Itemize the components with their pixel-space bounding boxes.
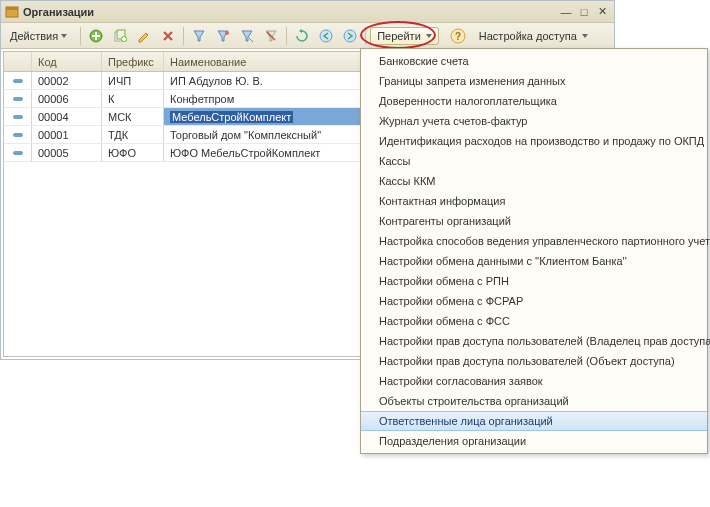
svg-point-11 — [320, 30, 332, 42]
filter-button-3[interactable] — [236, 26, 258, 46]
refresh-button[interactable] — [291, 26, 313, 46]
menu-item[interactable]: Ответственные лица организаций — [361, 411, 707, 431]
row-marker — [4, 144, 32, 161]
add-copy-button[interactable] — [109, 26, 131, 46]
cell-prefix: ТДК — [102, 126, 164, 143]
cell-prefix: К — [102, 90, 164, 107]
cell-code: 00002 — [32, 72, 102, 89]
filter-button-4[interactable] — [260, 26, 282, 46]
go-label: Перейти — [377, 30, 421, 42]
col-header-marker[interactable] — [4, 52, 32, 71]
menu-item[interactable]: Настройки обмена данными с ''Клиентом Ба… — [361, 251, 707, 271]
help-button[interactable]: ? — [447, 26, 469, 46]
cell-code: 00001 — [32, 126, 102, 143]
menu-item[interactable]: Настройки прав доступа пользователей (Вл… — [361, 331, 707, 351]
chevron-down-icon — [61, 34, 67, 38]
separator — [365, 27, 366, 45]
svg-point-12 — [344, 30, 356, 42]
menu-item[interactable]: Банковские счета — [361, 51, 707, 71]
col-header-prefix[interactable]: Префикс — [102, 52, 164, 71]
menu-item[interactable]: Контрагенты организаций — [361, 211, 707, 231]
separator — [80, 27, 81, 45]
row-marker — [4, 108, 32, 125]
separator — [183, 27, 184, 45]
cell-code: 00005 — [32, 144, 102, 161]
menu-item[interactable]: Кассы — [361, 151, 707, 171]
chevron-down-icon — [426, 34, 432, 38]
menu-item[interactable]: Подразделения организации — [361, 431, 707, 451]
window-title: Организации — [23, 6, 94, 18]
filter-button-2[interactable] — [212, 26, 234, 46]
access-label: Настройка доступа — [479, 30, 577, 42]
close-button[interactable]: ✕ — [594, 5, 610, 19]
marker-icon — [13, 97, 23, 101]
row-marker — [4, 90, 32, 107]
marker-icon — [13, 115, 23, 119]
add-button[interactable] — [85, 26, 107, 46]
toolbar: Действия — [1, 23, 614, 49]
menu-item[interactable]: Границы запрета изменения данных — [361, 71, 707, 91]
menu-item[interactable]: Журнал учета счетов-фактур — [361, 111, 707, 131]
left-arrow-button[interactable] — [315, 26, 337, 46]
marker-icon — [13, 79, 23, 83]
separator — [286, 27, 287, 45]
col-header-code[interactable]: Код — [32, 52, 102, 71]
app-icon — [5, 5, 19, 19]
menu-item[interactable]: Контактная информация — [361, 191, 707, 211]
titlebar: Организации — □ ✕ — [1, 1, 614, 23]
menu-item[interactable]: Настройки согласования заявок — [361, 371, 707, 391]
menu-item[interactable]: Настройки обмена с ФСРАР — [361, 291, 707, 311]
row-marker — [4, 126, 32, 143]
filter-button-1[interactable] — [188, 26, 210, 46]
cell-prefix: ЮФО — [102, 144, 164, 161]
cell-code: 00004 — [32, 108, 102, 125]
chevron-down-icon — [582, 34, 588, 38]
edit-button[interactable] — [133, 26, 155, 46]
marker-icon — [13, 133, 23, 137]
menu-item[interactable]: Настройки прав доступа пользователей (Об… — [361, 351, 707, 371]
actions-menu[interactable]: Действия — [5, 27, 76, 45]
menu-item[interactable]: Идентификация расходов на производство и… — [361, 131, 707, 151]
menu-item[interactable]: Настройки обмена с ФСС — [361, 311, 707, 331]
go-button-wrap: Перейти — [370, 27, 439, 45]
svg-rect-1 — [6, 7, 18, 10]
menu-item[interactable]: Настройка способов ведения управленческо… — [361, 231, 707, 251]
actions-label: Действия — [10, 30, 58, 42]
go-button[interactable]: Перейти — [370, 27, 439, 45]
menu-item[interactable]: Кассы ККМ — [361, 171, 707, 191]
right-arrow-button[interactable] — [339, 26, 361, 46]
maximize-button[interactable]: □ — [576, 5, 592, 19]
svg-text:?: ? — [455, 31, 461, 42]
marker-icon — [13, 151, 23, 155]
go-dropdown-menu: Банковские счетаГраницы запрета изменени… — [360, 48, 708, 454]
cell-code: 00006 — [32, 90, 102, 107]
menu-item[interactable]: Доверенности налогоплательщика — [361, 91, 707, 111]
cell-prefix: МСК — [102, 108, 164, 125]
svg-rect-9 — [122, 38, 126, 40]
menu-item[interactable]: Объекты строительства организаций — [361, 391, 707, 411]
svg-point-10 — [225, 31, 229, 35]
cell-prefix: ИЧП — [102, 72, 164, 89]
svg-rect-4 — [92, 35, 100, 37]
delete-button[interactable] — [157, 26, 179, 46]
row-marker — [4, 72, 32, 89]
minimize-button[interactable]: — — [558, 5, 574, 19]
menu-item[interactable]: Настройки обмена с РПН — [361, 271, 707, 291]
access-settings-button[interactable]: Настройка доступа — [471, 28, 596, 44]
